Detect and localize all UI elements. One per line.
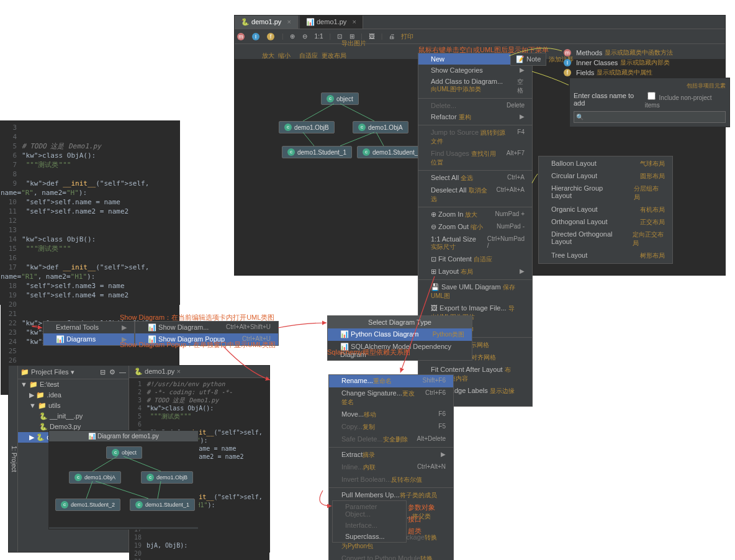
ctx-delete-[interactable]: Delete...Delete <box>418 100 532 111</box>
add-class-panel: 包括非项目元素 Enter class name to add Include … <box>569 78 730 127</box>
show-diagram-item[interactable]: 📊 Show Diagram...Ctrl+Alt+Shift+U <box>135 322 278 333</box>
extract-interface-[interactable]: Interface... <box>333 520 406 531</box>
layout-organic-layout[interactable]: Organic Layout有机布局 <box>539 204 672 216</box>
layout-orthogonal-layout[interactable]: Orthogonal Layout正交布局 <box>539 216 672 228</box>
hide-icon[interactable]: — <box>119 368 126 376</box>
project-files-label: Project Files <box>31 368 69 376</box>
ctx-zoom-out[interactable]: ⊖ Zoom Out 缩小NumPad - <box>418 221 532 233</box>
node-student2[interactable]: cdemo1.Student_2 <box>357 146 427 158</box>
zoom-out-icon[interactable]: ⊖ <box>301 32 309 41</box>
refactor-inline-[interactable]: Inline...内联Ctrl+Alt+N <box>329 461 453 474</box>
zoom-in-icon[interactable]: ⊕ <box>289 32 296 41</box>
show-diagram-note: Show Diagram：在当前编辑选项卡内打开UML类图 <box>120 313 274 322</box>
print-label: 打印 <box>401 32 413 41</box>
ctx-refactor[interactable]: Refactor 重构▶ <box>418 111 532 124</box>
python-class-diagram-item[interactable]: 📊 Python Class DiagramPython类图 <box>328 328 472 341</box>
class-search-input[interactable]: 🔍 <box>574 111 726 123</box>
ctx-save-uml-diagram[interactable]: 💾 Save UML Diagram 保存UML图 <box>418 281 532 302</box>
tab-demo1-py-1[interactable]: 🐍 demo1.py × <box>235 16 298 29</box>
categories-submenu: mMethods 显示或隐藏类中函数方法IInner Classes 显示或隐藏… <box>564 48 673 78</box>
layout-balloon-layout[interactable]: Balloon Layout气球布局 <box>539 158 672 170</box>
tree-idea[interactable]: ▶ 📁 .idea <box>18 390 129 400</box>
tree-utils[interactable]: ▼ 📁 utils <box>18 400 129 411</box>
node-obja[interactable]: cdemo1.ObjA <box>353 121 408 133</box>
code-area[interactable]: 345# TODO 这是 Demo1.py6"kw">class ObjA():… <box>1 121 179 395</box>
ctx-fit-content[interactable]: ⊡ Fit Content 自适应 <box>418 253 532 266</box>
refactor-rename-[interactable]: Rename...重命名Shift+F6 <box>329 375 453 387</box>
sqlalchemy-note: Sqlalchemy模型依赖关系图 <box>327 348 410 357</box>
ctx-find-usages[interactable]: Find Usages 查找引用位置Alt+F7 <box>418 148 532 169</box>
extract-superclass-[interactable]: Superclass... <box>333 531 406 542</box>
inner-classes-toggle-icon[interactable]: I <box>252 33 259 40</box>
node-object[interactable]: cobject <box>321 93 359 105</box>
ctx-layout[interactable]: ⊞ Layout 布局▶ <box>418 266 532 278</box>
print-icon[interactable]: 🖨 <box>387 32 396 41</box>
project-tab[interactable]: 1: Project <box>9 366 18 552</box>
external-tools-item[interactable]: External Tools▶ <box>43 322 134 333</box>
ctx-jump-to-source[interactable]: Jump to Source 跳转到源文件F4 <box>418 127 532 148</box>
layout-submenu: Balloon Layout气球布局Circular Layout圆形布局Hie… <box>538 156 673 264</box>
ctx-actual-size[interactable]: 1:1 Actual Size 实际尺寸Ctrl+NumPad / <box>418 233 532 253</box>
refactor-invert-boolean-[interactable]: Invert Boolean...反转布尔值 <box>329 474 453 486</box>
diagram-popup-canvas[interactable]: cobject cdemo1.ObjA cdemo1.ObjB cdemo1.S… <box>49 441 198 527</box>
ctx-zoom-in[interactable]: ⊕ Zoom In 放大NumPad + <box>418 209 532 221</box>
node-objb[interactable]: cdemo1.ObjB <box>279 121 335 133</box>
collapse-icon[interactable]: ⊟ <box>100 368 106 376</box>
layout-circular-layout[interactable]: Circular Layout圆形布局 <box>539 170 672 183</box>
refactor-copy-[interactable]: Copy...复制F5 <box>329 421 453 433</box>
cat-inner-classes[interactable]: IInner Classes 显示或隐藏内部类 <box>564 58 673 68</box>
select-diagram-title: Select Diagram Type <box>328 316 472 328</box>
diagram-popup: 📊 Diagram for demo1.py cobject cdemo1.Ob… <box>48 430 199 530</box>
tree-root[interactable]: ▼ 📁 E:\test <box>18 379 129 390</box>
refactor-extract[interactable]: Extract摘录▶ <box>329 449 453 461</box>
diagram-toolbar: m I f | ⊕ ⊖ 1:1 | ⊡ ⊞ | 🖼 | 🖨打印 <box>235 29 725 44</box>
layout-directed-orthogonal-layout[interactable]: Directed Orthogonal Layout定向正交布局 <box>539 228 672 250</box>
code-editor-top: 345# TODO 这是 Demo1.py6"kw">class ObjA():… <box>0 120 180 305</box>
refactor-change-signature-[interactable]: Change Signature...更改签名Ctrl+F6 <box>329 387 453 409</box>
extract-parameter-object-[interactable]: Parameter Object... <box>333 501 406 520</box>
tree-init[interactable]: 🐍 __init__.py <box>18 411 129 422</box>
refactor-convert-to-python-module[interactable]: Convert to Python Module转换为Python模块 <box>329 553 453 560</box>
ctx-show-categories[interactable]: Show Categories▶ <box>418 65 532 76</box>
methods-toggle-icon[interactable]: m <box>237 33 245 40</box>
ctx-select-all[interactable]: Select All 全选Ctrl+A <box>418 172 532 184</box>
show-popup-note: Show Diagram Popup：在单独窗口中显示UML类图 <box>120 340 276 350</box>
cat-methods[interactable]: mMethods 显示或隐藏类中函数方法 <box>564 48 673 58</box>
cat-fields[interactable]: fFields 显示或隐藏类中属性 <box>564 68 673 78</box>
fields-toggle-icon[interactable]: f <box>267 33 274 40</box>
tab-demo1-py-2[interactable]: 📊 demo1.py × <box>300 16 363 29</box>
export-icon[interactable]: 🖼 <box>367 32 376 41</box>
layout-tree-layout[interactable]: Tree Layout树形布局 <box>539 250 672 262</box>
actual-size-icon[interactable]: 1:1 <box>313 32 325 41</box>
add-class-title: Enter class name to add <box>574 92 645 107</box>
node-student1[interactable]: cdemo1.Student_1 <box>282 146 352 158</box>
settings-icon[interactable]: ⚙ <box>109 368 115 376</box>
editor-tabs: 🐍 demo1.py × 📊 demo1.py × <box>235 16 725 29</box>
include-nonproject-checkbox[interactable] <box>647 92 656 100</box>
ctx-add-class-to-diagram-[interactable]: Add Class to Diagram... 向UML图中添加类空格 <box>418 76 532 97</box>
export-label: 导出图片 <box>341 39 366 48</box>
refactor-safe-delete-[interactable]: Safe Delete...安全删除Alt+Delete <box>329 433 453 446</box>
ctx-deselect-all[interactable]: Deselect All 取消全选Ctrl+Alt+A <box>418 184 532 205</box>
refactor-move-[interactable]: Move...移动F6 <box>329 409 453 421</box>
extract-submenu: Parameter Object...Interface...Superclas… <box>332 500 407 543</box>
diagram-popup-title: Diagram for demo1.py <box>97 433 159 440</box>
layout-hierarchic-group-layout[interactable]: Hierarchic Group Layout分层组布局 <box>539 183 672 204</box>
